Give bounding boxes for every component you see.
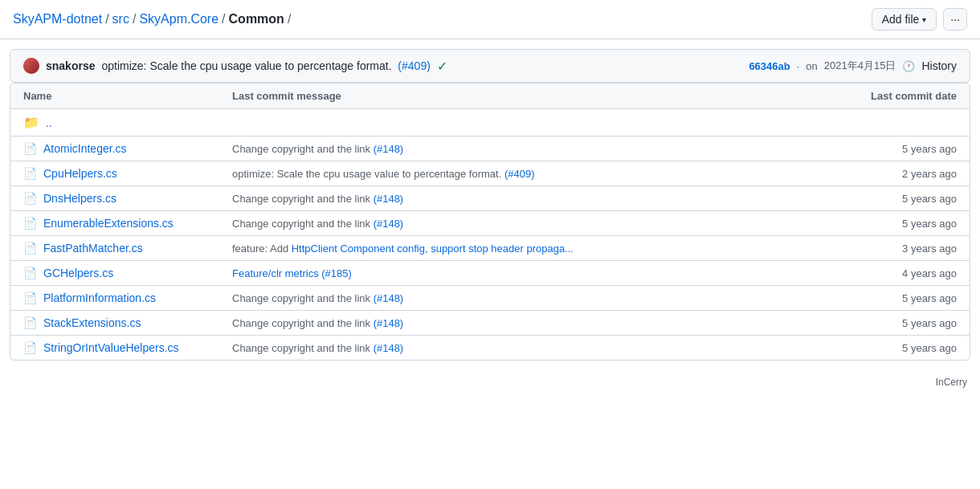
more-options-button[interactable]: ··· bbox=[943, 8, 967, 31]
file-link[interactable]: AtomicInteger.cs bbox=[43, 142, 127, 155]
file-name-cell: 📄 PlatformInformation.cs bbox=[23, 291, 232, 304]
commit-msg-cell: Change copyright and the link (#148) bbox=[232, 193, 828, 205]
date-cell: 3 years ago bbox=[828, 242, 957, 255]
date-cell: 5 years ago bbox=[828, 317, 957, 329]
date-cell: 2 years ago bbox=[828, 168, 957, 180]
date-cell: 4 years ago bbox=[828, 267, 957, 279]
pr-link[interactable]: HttpClient Component config, support sto… bbox=[292, 242, 574, 255]
commit-msg-cell: Feature/clr metrics (#185) bbox=[232, 267, 828, 279]
file-icon: 📄 bbox=[23, 167, 37, 180]
commit-date: 2021年4月15日 bbox=[824, 59, 896, 73]
file-link[interactable]: EnumerableExtensions.cs bbox=[43, 217, 174, 230]
commit-msg-cell: Change copyright and the link (#148) bbox=[232, 218, 828, 230]
file-link[interactable]: PlatformInformation.cs bbox=[43, 291, 156, 304]
commit-msg-cell: feature: Add HttpClient Component config… bbox=[232, 242, 828, 255]
file-name-cell: 📄 CpuHelpers.cs bbox=[23, 167, 232, 180]
file-icon: 📄 bbox=[23, 142, 37, 155]
file-table: Name Last commit message Last commit dat… bbox=[10, 83, 970, 361]
breadcrumb: SkyAPM-dotnet / src / SkyApm.Core / Comm… bbox=[13, 12, 291, 26]
avatar bbox=[23, 58, 39, 74]
breadcrumb-src[interactable]: src bbox=[112, 12, 129, 26]
add-file-button[interactable]: Add file ▾ bbox=[872, 8, 937, 31]
commit-right: 66346ab · on 2021年4月15日 🕐 History bbox=[749, 59, 957, 73]
file-name-cell: 📄 EnumerableExtensions.cs bbox=[23, 217, 232, 230]
file-name-cell: 📄 FastPathMatcher.cs bbox=[23, 242, 232, 255]
table-row: 📄 StackExtensions.cs Change copyright an… bbox=[10, 311, 970, 336]
table-row: 📄 FastPathMatcher.cs feature: Add HttpCl… bbox=[10, 236, 970, 261]
file-name-cell: 📄 DnsHelpers.cs bbox=[23, 192, 232, 205]
file-icon: 📄 bbox=[23, 267, 37, 279]
breadcrumb-sep-4: / bbox=[288, 12, 291, 26]
breadcrumb-sep-3: / bbox=[222, 12, 225, 26]
commit-msg-cell: Change copyright and the link (#148) bbox=[232, 342, 828, 354]
commit-msg-cell: optimize: Scale the cpu usage value to p… bbox=[232, 168, 828, 180]
add-file-label: Add file bbox=[882, 13, 920, 26]
header-actions: Add file ▾ ··· bbox=[872, 8, 967, 31]
commit-bar: snakorse optimize: Scale the cpu usage v… bbox=[10, 49, 970, 83]
file-name-cell: 📄 StackExtensions.cs bbox=[23, 316, 232, 329]
footer: InCerry bbox=[0, 370, 980, 394]
pr-link[interactable]: (#148) bbox=[374, 292, 404, 304]
breadcrumb-sep-2: / bbox=[133, 12, 136, 26]
commit-msg-cell: Change copyright and the link (#148) bbox=[232, 143, 828, 155]
table-row: 📄 StringOrIntValueHelpers.cs Change copy… bbox=[10, 336, 970, 360]
table-row: 📁 .. bbox=[10, 109, 970, 137]
table-row: 📄 DnsHelpers.cs Change copyright and the… bbox=[10, 186, 970, 211]
table-row: 📄 GCHelpers.cs Feature/clr metrics (#185… bbox=[10, 261, 970, 286]
file-link[interactable]: DnsHelpers.cs bbox=[43, 192, 116, 205]
file-link[interactable]: FastPathMatcher.cs bbox=[43, 242, 143, 255]
brand-label: InCerry bbox=[936, 377, 967, 388]
file-name-cell: 📄 AtomicInteger.cs bbox=[23, 142, 232, 155]
dropdown-arrow-icon: ▾ bbox=[922, 15, 926, 24]
pr-link[interactable]: (#148) bbox=[374, 218, 404, 230]
file-link[interactable]: .. bbox=[46, 116, 52, 129]
commit-message: optimize: Scale the cpu usage value to p… bbox=[101, 59, 430, 72]
file-icon: 📄 bbox=[23, 316, 37, 329]
commit-date-separator: · bbox=[797, 60, 800, 72]
history-clock-icon: 🕐 bbox=[902, 60, 915, 72]
file-icon: 📄 bbox=[23, 242, 37, 255]
pr-link[interactable]: (#185) bbox=[321, 267, 352, 279]
pr-link[interactable]: Feature/clr metrics bbox=[232, 267, 319, 279]
breadcrumb-repo[interactable]: SkyAPM-dotnet bbox=[13, 12, 102, 26]
date-cell: 5 years ago bbox=[828, 292, 957, 304]
commit-date-prefix: on bbox=[806, 60, 817, 72]
commit-pr-link[interactable]: (#409) bbox=[394, 59, 430, 72]
table-row: 📄 EnumerableExtensions.cs Change copyrig… bbox=[10, 211, 970, 236]
date-cell: 5 years ago bbox=[828, 143, 957, 155]
file-name-cell: 📁 .. bbox=[23, 115, 232, 130]
table-row: 📄 CpuHelpers.cs optimize: Scale the cpu … bbox=[10, 161, 970, 186]
pr-link[interactable]: (#148) bbox=[374, 342, 404, 354]
file-icon: 📄 bbox=[23, 341, 37, 354]
more-icon: ··· bbox=[950, 13, 960, 26]
col-message: Last commit message bbox=[232, 90, 828, 102]
file-link[interactable]: GCHelpers.cs bbox=[43, 267, 113, 279]
folder-icon: 📁 bbox=[23, 115, 39, 130]
breadcrumb-core[interactable]: SkyApm.Core bbox=[139, 12, 218, 26]
file-icon: 📄 bbox=[23, 217, 37, 230]
pr-link[interactable]: (#148) bbox=[374, 317, 404, 329]
file-name-cell: 📄 GCHelpers.cs bbox=[23, 267, 232, 279]
check-icon: ✓ bbox=[437, 59, 447, 74]
commit-hash[interactable]: 66346ab bbox=[749, 60, 790, 72]
table-row: 📄 AtomicInteger.cs Change copyright and … bbox=[10, 137, 970, 161]
file-link[interactable]: StringOrIntValueHelpers.cs bbox=[43, 341, 179, 354]
history-button[interactable]: History bbox=[921, 59, 957, 72]
pr-link[interactable]: (#148) bbox=[374, 193, 404, 205]
commit-author[interactable]: snakorse bbox=[46, 59, 95, 72]
file-icon: 📄 bbox=[23, 192, 37, 205]
date-cell: 5 years ago bbox=[828, 193, 957, 205]
col-name: Name bbox=[23, 90, 232, 102]
commit-msg-cell: Change copyright and the link (#148) bbox=[232, 317, 828, 329]
file-table-header: Name Last commit message Last commit dat… bbox=[10, 84, 970, 109]
avatar-image bbox=[23, 58, 39, 74]
col-date: Last commit date bbox=[828, 90, 957, 102]
file-link[interactable]: CpuHelpers.cs bbox=[43, 167, 117, 180]
file-link[interactable]: StackExtensions.cs bbox=[43, 316, 141, 329]
pr-link[interactable]: (#148) bbox=[374, 143, 404, 155]
breadcrumb-sep-1: / bbox=[105, 12, 108, 26]
pr-link[interactable]: (#409) bbox=[504, 168, 535, 180]
date-cell: 5 years ago bbox=[828, 342, 957, 354]
table-row: 📄 PlatformInformation.cs Change copyrigh… bbox=[10, 286, 970, 311]
header: SkyAPM-dotnet / src / SkyApm.Core / Comm… bbox=[0, 0, 980, 39]
